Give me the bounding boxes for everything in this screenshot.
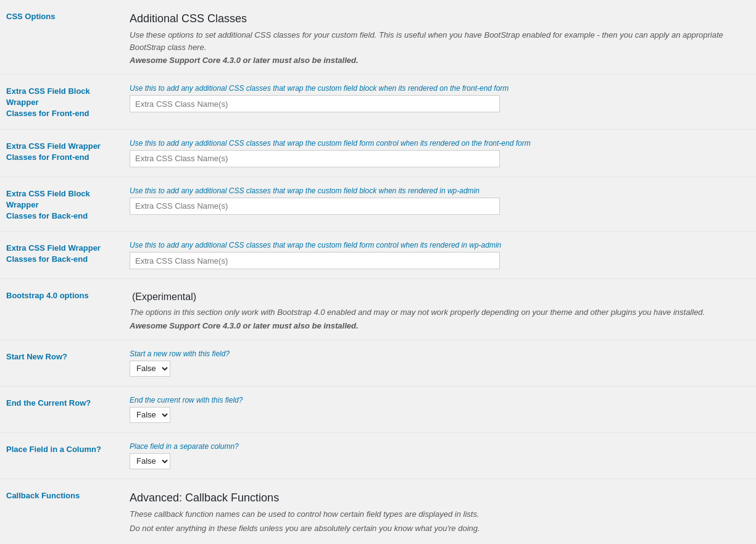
callback-description2: Do not enter anything in these fields un…: [130, 522, 750, 535]
bootstrap-field-1-label: Start New Row?: [6, 352, 67, 361]
css-field-1-label: Extra CSS Field Block Wrapper Classes fo…: [6, 86, 90, 118]
css-field-4-label: Extra CSS Field Wrapper Classes for Back…: [6, 243, 101, 264]
bootstrap-description1: The options in this section only work wi…: [130, 306, 750, 319]
bootstrap-field-2-hint: End the current row with this field?: [130, 396, 750, 404]
bootstrap-heading: (Experimental): [132, 291, 196, 303]
css-field-3-label: Extra CSS Field Block Wrapper Classes fo…: [6, 189, 90, 220]
css-field-3-input[interactable]: [130, 198, 500, 215]
callback-heading: Advanced: Callback Functions: [130, 492, 750, 504]
bootstrap-field-3-hint: Place field in a separate column?: [130, 442, 750, 451]
bootstrap-note: Awesome Support Core 4.3.0 or later must…: [130, 321, 750, 330]
css-field-1-hint: Use this to add any additional CSS class…: [130, 84, 750, 93]
place-field-column-select[interactable]: False True: [130, 453, 170, 469]
callback-description1: These callback function names can be use…: [130, 508, 750, 521]
css-options-heading: Additional CSS Classes: [130, 12, 750, 25]
css-options-description1: Use these options to set additional CSS …: [130, 29, 750, 53]
css-options-section-title: CSS Options: [6, 12, 55, 21]
css-field-2-hint: Use this to add any additional CSS class…: [130, 139, 750, 148]
callback-section-title: Callback Functions: [6, 491, 80, 500]
bootstrap-field-3-label: Place Field in a Column?: [6, 445, 101, 454]
css-options-note: Awesome Support Core 4.3.0 or later must…: [130, 56, 750, 65]
css-field-1-input[interactable]: [130, 95, 500, 112]
bootstrap-section-title: Bootstrap 4.0 options: [6, 291, 89, 300]
css-field-2-label: Extra CSS Field Wrapper Classes for Fron…: [6, 141, 101, 162]
bootstrap-field-1-hint: Start a new row with this field?: [130, 349, 750, 358]
css-field-2-input[interactable]: [130, 150, 500, 167]
bootstrap-field-2-label: End the Current Row?: [6, 398, 91, 408]
css-field-4-hint: Use this to add any additional CSS class…: [130, 241, 750, 249]
end-current-row-select[interactable]: False True: [130, 407, 170, 423]
css-field-3-hint: Use this to add any additional CSS class…: [130, 186, 750, 195]
css-field-4-input[interactable]: [130, 252, 500, 269]
start-new-row-select[interactable]: False True: [130, 361, 170, 377]
